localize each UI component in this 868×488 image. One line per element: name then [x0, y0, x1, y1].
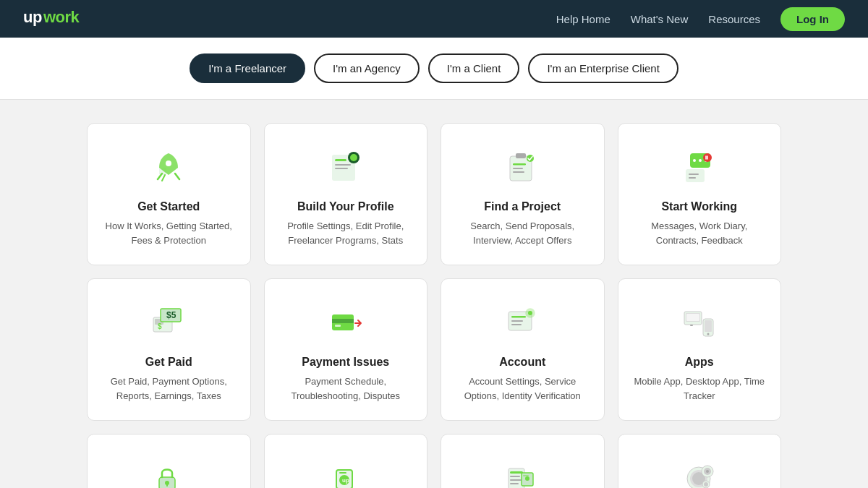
- svg-point-37: [528, 311, 532, 315]
- card-apps[interactable]: Apps Mobile App, Desktop App, Time Track…: [618, 278, 782, 421]
- svg-rect-47: [166, 484, 168, 487]
- svg-rect-33: [511, 316, 526, 318]
- svg-rect-16: [686, 169, 705, 182]
- svg-point-58: [525, 476, 529, 481]
- svg-rect-30: [332, 319, 354, 323]
- card-title-find-project: Find a Project: [484, 200, 561, 213]
- tab-enterprise[interactable]: I'm an Enterprise Client: [528, 53, 678, 83]
- card-build-profile[interactable]: Build Your Profile Profile Settings, Edi…: [264, 123, 428, 265]
- svg-rect-11: [516, 153, 526, 158]
- svg-point-3: [166, 160, 171, 166]
- card-account[interactable]: Account Account Settings, Service Option…: [441, 278, 605, 421]
- svg-point-9: [350, 154, 357, 161]
- card-payment-issues[interactable]: Payment Issues Payment Schedule, Trouble…: [264, 278, 428, 421]
- svg-rect-22: [689, 177, 696, 179]
- login-button[interactable]: Log In: [780, 7, 845, 31]
- svg-rect-53: [510, 471, 523, 474]
- apps-icon: [676, 299, 723, 346]
- account-icon: [499, 299, 545, 346]
- svg-point-18: [693, 159, 696, 162]
- card-start-working[interactable]: Start Working Messages, Work Diary, Cont…: [618, 123, 782, 265]
- svg-text:work: work: [43, 8, 80, 26]
- svg-text:up: up: [342, 477, 349, 484]
- card-title-account: Account: [499, 356, 545, 369]
- svg-point-43: [707, 333, 709, 335]
- tab-agency[interactable]: I'm an Agency: [314, 53, 420, 83]
- card-upwork-api[interactable]: up Upwork API Development Resources: [264, 434, 428, 488]
- rocket-icon: [145, 144, 192, 190]
- svg-rect-54: [510, 476, 520, 477]
- svg-rect-14: [513, 171, 524, 173]
- svg-rect-12: [513, 163, 526, 166]
- card-get-paid[interactable]: $ $5 Get Paid Get Paid, Payment Options,…: [87, 278, 251, 421]
- card-desc-start-working: Messages, Work Diary, Contracts, Feedbac…: [633, 219, 767, 247]
- chat-icon: [676, 144, 723, 190]
- card-desc-get-paid: Get Paid, Payment Options, Reports, Earn…: [102, 374, 236, 403]
- main-content: Get Started How It Works, Getting Starte…: [72, 100, 796, 488]
- svg-rect-59: [523, 475, 529, 476]
- svg-rect-44: [690, 325, 693, 326]
- svg-point-65: [706, 470, 709, 473]
- card-get-started[interactable]: Get Started How It Works, Getting Starte…: [87, 123, 251, 265]
- svg-text:$5: $5: [166, 310, 176, 320]
- card-title-get-paid: Get Paid: [145, 356, 192, 369]
- clipboard-icon: [499, 144, 545, 190]
- card-whats-new[interactable]: What's New Announcement of new features,…: [618, 434, 782, 488]
- card-desc-account: Account Settings, Service Options, Ident…: [456, 374, 590, 403]
- tab-bar: I'm a Freelancer I'm an Agency I'm a Cli…: [0, 38, 868, 100]
- svg-rect-51: [339, 472, 346, 474]
- api-icon: up: [323, 455, 369, 488]
- payment-icon: [323, 299, 369, 346]
- catalog-icon: [499, 455, 545, 488]
- nav-resources[interactable]: Resources: [708, 13, 760, 25]
- upwork-logo[interactable]: up work: [23, 7, 103, 32]
- dollar-icon: $ $5: [145, 299, 192, 346]
- card-title-apps: Apps: [685, 356, 714, 369]
- card-desc-build-profile: Profile Settings, Edit Profile, Freelanc…: [279, 219, 413, 247]
- card-title-get-started: Get Started: [137, 200, 200, 213]
- svg-text:$: $: [158, 322, 162, 330]
- card-desc-payment-issues: Payment Schedule, Troubleshooting, Dispu…: [279, 374, 413, 403]
- svg-text:up: up: [23, 8, 42, 26]
- card-title-payment-issues: Payment Issues: [302, 356, 389, 369]
- svg-rect-5: [335, 159, 346, 161]
- svg-rect-55: [510, 479, 522, 481]
- svg-rect-40: [686, 314, 699, 321]
- svg-rect-35: [511, 324, 522, 325]
- svg-rect-42: [705, 320, 712, 332]
- profile-icon: [323, 144, 369, 190]
- svg-rect-21: [689, 174, 699, 175]
- card-title-start-working: Start Working: [661, 200, 737, 213]
- card-title-build-profile: Build Your Profile: [297, 200, 394, 213]
- nav-help-home[interactable]: Help Home: [556, 13, 610, 25]
- new-icon: [676, 455, 723, 488]
- tab-client[interactable]: I'm a Client: [428, 53, 520, 83]
- nav-whats-new[interactable]: What's New: [631, 13, 689, 25]
- card-find-project[interactable]: Find a Project Search, Send Proposals, I…: [441, 123, 605, 265]
- card-desc-get-started: How It Works, Getting Started, Fees & Pr…: [102, 219, 236, 247]
- svg-point-19: [699, 159, 702, 162]
- main-nav: Help Home What's New Resources Log In: [556, 7, 845, 31]
- svg-rect-7: [335, 168, 348, 169]
- svg-point-67: [704, 482, 708, 487]
- lock-icon: [145, 455, 192, 488]
- card-desc-find-project: Search, Send Proposals, Interview, Accep…: [456, 219, 590, 247]
- card-trust-safety[interactable]: Trust & Safety Terms of Service, Online …: [87, 434, 251, 488]
- svg-rect-34: [511, 320, 523, 322]
- svg-rect-56: [510, 483, 519, 484]
- card-desc-apps: Mobile App, Desktop App, Time Tracker: [633, 374, 767, 403]
- cards-grid: Get Started How It Works, Getting Starte…: [87, 123, 781, 488]
- svg-rect-31: [335, 325, 341, 327]
- svg-rect-6: [335, 164, 351, 166]
- card-project-catalog[interactable]: Project Catalog Pre-packaged projects on…: [441, 434, 605, 488]
- tab-freelancer[interactable]: I'm a Freelancer: [190, 53, 305, 83]
- svg-rect-13: [513, 168, 523, 169]
